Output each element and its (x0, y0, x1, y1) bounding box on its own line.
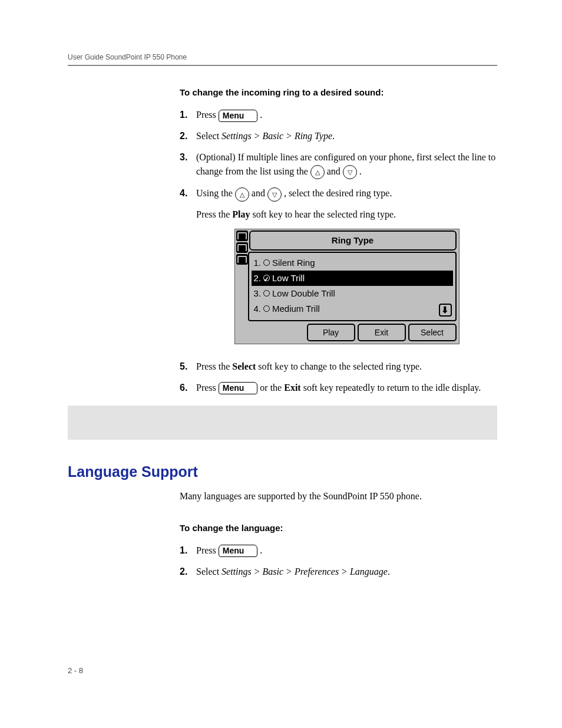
step-number: 3. (180, 150, 196, 179)
step-number: 2. (180, 565, 196, 579)
step-text: Using the (196, 188, 235, 198)
menu-button-icon: Menu (219, 110, 258, 122)
exit-softkey-ref: Exit (284, 383, 300, 393)
down-arrow-icon: ▽ (343, 165, 357, 179)
step-text: , select the desired ring type. (284, 188, 392, 198)
lcd-item-num: 2. (254, 271, 262, 285)
lcd-item-label: Low Double Trill (272, 286, 335, 301)
step-number: 6. (180, 381, 196, 395)
step-text: . (260, 545, 262, 555)
step-text: or the (260, 383, 284, 393)
menu-button-icon: Menu (219, 545, 258, 557)
step-number: 2. (180, 129, 196, 143)
play-softkey-ref: Play (232, 209, 250, 219)
lcd-item-label: Medium Trill (272, 302, 320, 316)
step-3: 3. (Optional) If multiple lines are conf… (180, 150, 497, 179)
page-number: 2 - 8 (68, 666, 83, 675)
softkey-exit: Exit (358, 324, 406, 341)
step-number: 5. (180, 360, 196, 374)
step-text: soft key repeatedly to return to the idl… (301, 383, 481, 393)
lang-step-2: 2. Select Settings > Basic > Preferences… (180, 565, 497, 579)
language-change-heading: To change the language: (180, 523, 497, 533)
step-2: 2. Select Settings > Basic > Ring Type. (180, 129, 497, 143)
up-arrow-icon: △ (235, 187, 249, 202)
step-text: Select (196, 566, 222, 577)
menu-path: Settings > Basic > Ring Type (222, 131, 332, 141)
step-6: 6. Press Menu or the Exit soft key repea… (180, 381, 497, 395)
menu-path: Settings > Basic > Preferences > Languag… (222, 566, 388, 577)
step-4: 4. Using the △ and ▽ , select the desire… (180, 186, 497, 352)
step-1: 1. Press Menu . (180, 108, 497, 122)
lcd-softkey-row: Play Exit Select (235, 321, 459, 341)
step-text: soft key to change to the selected ring … (256, 361, 422, 371)
note-placeholder-block (68, 406, 497, 440)
line-icon (236, 254, 248, 265)
step-text: soft key to hear the selected ring type. (250, 209, 396, 219)
step-text: Press (196, 545, 219, 555)
down-arrow-icon: ▽ (267, 187, 282, 202)
lcd-list-item: 4. Medium Trill (252, 301, 453, 317)
radio-icon (263, 259, 270, 266)
softkey-play: Play (307, 324, 355, 341)
language-steps-list: 1. Press Menu . 2. Select Settings > Bas… (180, 543, 497, 579)
step-text: Press (196, 110, 219, 120)
step-text: Press the (196, 209, 232, 219)
step-text: Press the (196, 361, 232, 371)
lcd-title: Ring Type (249, 230, 457, 251)
radio-icon (263, 305, 270, 312)
step-number: 4. (180, 186, 196, 352)
phone-lcd-mockup: Ring Type 1. Silent Ring 2. (234, 229, 459, 344)
scroll-down-icon: ⬇ (439, 304, 452, 317)
page: User Guide SoundPoint IP 550 Phone To ch… (0, 0, 562, 728)
step-text: . (359, 166, 362, 176)
up-arrow-icon: △ (310, 165, 325, 179)
lcd-item-num: 3. (254, 286, 262, 301)
radio-checked-icon (263, 275, 270, 281)
step-text: . (332, 131, 335, 141)
lcd-list-item: 3. Low Double Trill (252, 286, 453, 301)
ring-steps-list: 1. Press Menu . 2. Select Settings > Bas… (180, 108, 497, 395)
lcd-list-item: 1. Silent Ring (252, 255, 453, 271)
language-intro-text: Many languages are supported by the Soun… (180, 491, 497, 502)
lcd-list: 1. Silent Ring 2. Low Trill (248, 252, 457, 321)
page-header: User Guide SoundPoint IP 550 Phone (68, 53, 497, 61)
step-number: 1. (180, 108, 196, 122)
language-support-heading: Language Support (68, 463, 497, 480)
language-content: To change the language: 1. Press Menu . … (180, 523, 497, 579)
radio-icon (263, 290, 270, 297)
menu-button-icon: Menu (219, 382, 258, 394)
step-text: . (388, 566, 390, 577)
header-rule (68, 65, 497, 66)
ring-type-content: To change the incoming ring to a desired… (180, 87, 497, 395)
lcd-item-label: Low Trill (272, 271, 305, 285)
line-icon (236, 230, 248, 241)
softkey-select: Select (408, 324, 457, 341)
lcd-item-label: Silent Ring (272, 256, 315, 270)
lcd-item-num: 1. (254, 256, 262, 270)
lcd-list-item-selected: 2. Low Trill (252, 271, 453, 286)
lcd-item-num: 4. (254, 302, 262, 316)
step-text: Select (196, 131, 222, 141)
step-5: 5. Press the Select soft key to change t… (180, 360, 497, 374)
step-text: and (252, 188, 267, 198)
step-number: 1. (180, 543, 196, 558)
step-text: . (260, 110, 262, 120)
line-icon (236, 242, 248, 253)
step-text: Press (196, 383, 219, 393)
lcd-line-icons (235, 229, 249, 321)
select-softkey-ref: Select (232, 361, 256, 371)
lang-step-1: 1. Press Menu . (180, 543, 497, 558)
ring-change-heading: To change the incoming ring to a desired… (180, 87, 497, 97)
step-text: and (327, 166, 343, 176)
